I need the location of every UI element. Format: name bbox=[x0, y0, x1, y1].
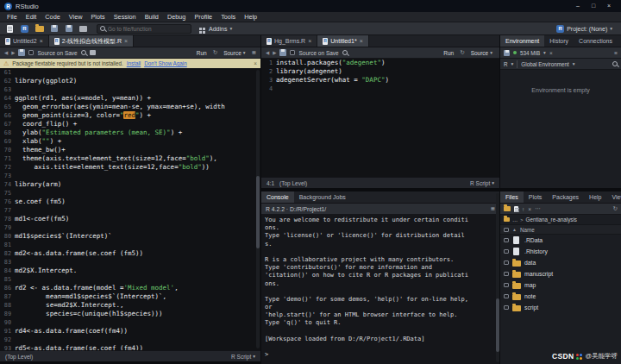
menu-item[interactable]: Debug bbox=[163, 12, 191, 22]
file-row[interactable]: data bbox=[500, 257, 621, 268]
upload-icon[interactable]: ↑ bbox=[522, 206, 524, 212]
pane-tab[interactable]: Plots bbox=[524, 191, 548, 203]
file-row[interactable]: .Rhistory bbox=[500, 246, 621, 257]
pane-tab[interactable]: Environment bbox=[500, 35, 544, 47]
tab-close-icon[interactable]: × bbox=[308, 38, 311, 44]
console-output[interactable]: You are welcome to redistribute it under… bbox=[261, 215, 499, 364]
forward-icon[interactable]: ▶ bbox=[273, 50, 276, 55]
file-type-indicator[interactable]: R Script bbox=[470, 180, 490, 186]
scrollbar-thumb[interactable] bbox=[496, 298, 499, 353]
find-icon[interactable] bbox=[342, 50, 348, 55]
editor-tab[interactable]: 2-线性拟合线性模型.R × bbox=[49, 35, 134, 47]
mid-code-editor[interactable]: 1 install.packages("adegenet") 2 library… bbox=[261, 59, 499, 177]
open-file-icon[interactable] bbox=[34, 23, 45, 34]
new-project-icon[interactable]: R bbox=[19, 23, 30, 34]
search-icon[interactable] bbox=[612, 61, 618, 66]
file-name[interactable]: script bbox=[524, 304, 538, 311]
run-button[interactable]: Run bbox=[441, 50, 456, 56]
tab-close-icon[interactable]: × bbox=[360, 38, 363, 44]
file-name[interactable]: map bbox=[524, 282, 536, 288]
file-name[interactable]: manuscript bbox=[524, 271, 553, 277]
addins-button[interactable]: Addins ▾ bbox=[199, 26, 232, 32]
file-row[interactable]: map bbox=[500, 279, 621, 291]
refresh-icon[interactable]: ↻ bbox=[613, 205, 618, 212]
menu-item[interactable]: Edit bbox=[22, 12, 41, 22]
editor-scrollbar[interactable] bbox=[256, 70, 260, 348]
minimize-button[interactable]: – bbox=[570, 0, 586, 12]
menu-item[interactable]: Help bbox=[240, 12, 261, 22]
pane-tab[interactable]: History bbox=[544, 35, 574, 47]
editor-tab[interactable]: Hg_Brms.R × bbox=[261, 35, 317, 47]
back-icon[interactable]: ◀ bbox=[4, 50, 8, 55]
source-on-save-checkbox[interactable] bbox=[290, 50, 295, 55]
back-icon[interactable]: ◀ bbox=[266, 50, 269, 55]
pane-tab[interactable]: Packages bbox=[547, 191, 584, 203]
new-blank-file-icon[interactable] bbox=[514, 206, 518, 212]
file-checkbox[interactable] bbox=[504, 294, 509, 298]
pane-tab[interactable]: Viewer bbox=[607, 191, 621, 203]
save-all-icon[interactable] bbox=[63, 23, 74, 34]
menu-item[interactable]: Build bbox=[141, 12, 163, 22]
pane-tab[interactable]: Help bbox=[584, 191, 606, 203]
menu-item[interactable]: File bbox=[3, 12, 22, 22]
file-checkbox[interactable] bbox=[504, 272, 509, 276]
maximize-button[interactable]: □ bbox=[586, 0, 601, 12]
menu-item[interactable]: Profile bbox=[190, 12, 216, 22]
delete-icon[interactable]: × bbox=[528, 206, 531, 212]
file-checkbox[interactable] bbox=[504, 283, 509, 287]
home-folder-icon[interactable] bbox=[504, 217, 510, 222]
rerun-icon[interactable]: ↻ bbox=[213, 49, 217, 56]
scope-selector[interactable]: Global Environment bbox=[521, 61, 568, 67]
pane-tab[interactable]: Background Jobs bbox=[294, 191, 351, 203]
editor-tab[interactable]: Untitled1* × bbox=[317, 35, 368, 47]
menu-item[interactable]: Session bbox=[110, 12, 141, 22]
goto-file-input[interactable] bbox=[108, 26, 187, 32]
left-code-editor[interactable]: 61 62 library(ggplot2) 63 64 ggplot(rd1,… bbox=[0, 68, 260, 350]
tools-icon[interactable] bbox=[90, 50, 96, 55]
save-icon[interactable] bbox=[48, 23, 60, 34]
menu-item[interactable]: Tools bbox=[216, 12, 240, 22]
menu-item[interactable]: Plots bbox=[86, 12, 109, 22]
pane-tab[interactable]: Connections bbox=[574, 35, 618, 47]
save-icon[interactable] bbox=[279, 49, 286, 56]
file-name[interactable]: data bbox=[524, 260, 536, 266]
console-scrollbar[interactable] bbox=[496, 215, 499, 362]
dismiss-link[interactable]: Don't Show Again bbox=[144, 60, 187, 66]
save-workspace-icon[interactable] bbox=[504, 50, 510, 56]
project-selector[interactable]: R Project: (None) ▾ bbox=[556, 25, 617, 33]
file-name[interactable]: .Rhistory bbox=[524, 248, 548, 254]
run-button[interactable]: Run bbox=[194, 50, 210, 56]
tab-close-icon[interactable]: × bbox=[124, 38, 128, 44]
file-row[interactable]: .RData bbox=[500, 235, 621, 246]
file-checkbox[interactable] bbox=[504, 249, 509, 254]
breadcrumb-current[interactable]: Gentiana_re-analysis bbox=[526, 217, 578, 223]
scrollbar-thumb[interactable] bbox=[256, 176, 260, 248]
clear-objects-icon[interactable]: × bbox=[549, 50, 553, 56]
save-icon[interactable] bbox=[18, 49, 25, 56]
file-row[interactable]: manuscript bbox=[500, 268, 621, 279]
file-row[interactable]: note bbox=[500, 291, 621, 302]
source-button[interactable]: Source ▾ bbox=[468, 50, 495, 56]
sort-icon[interactable]: ▲ bbox=[512, 227, 517, 232]
select-all-checkbox[interactable] bbox=[504, 228, 509, 232]
language-selector[interactable]: R bbox=[504, 61, 508, 67]
file-row[interactable]: script bbox=[500, 302, 621, 313]
print-icon[interactable] bbox=[78, 23, 89, 34]
name-column-header[interactable]: Name bbox=[520, 227, 535, 233]
file-checkbox[interactable] bbox=[504, 305, 509, 310]
scope-indicator[interactable]: (Top Level) bbox=[5, 354, 33, 360]
new-file-icon[interactable] bbox=[4, 23, 16, 34]
clear-console-icon[interactable]: ≣ bbox=[491, 205, 495, 212]
find-icon[interactable] bbox=[81, 50, 86, 55]
list-view-icon[interactable]: ≡ bbox=[614, 50, 618, 56]
editor-tab[interactable]: Untitled2 × bbox=[0, 35, 49, 47]
pane-tab[interactable]: Console bbox=[261, 191, 294, 203]
close-button[interactable]: × bbox=[601, 0, 617, 12]
install-link[interactable]: Install bbox=[127, 60, 141, 66]
new-folder-icon[interactable] bbox=[504, 206, 511, 211]
file-name[interactable]: note bbox=[524, 293, 536, 299]
file-type-indicator[interactable]: R Script bbox=[231, 354, 251, 360]
pane-tab[interactable]: Files bbox=[500, 191, 524, 203]
document-outline-icon[interactable]: ≣ bbox=[252, 49, 256, 56]
goto-file-search[interactable] bbox=[97, 24, 191, 34]
